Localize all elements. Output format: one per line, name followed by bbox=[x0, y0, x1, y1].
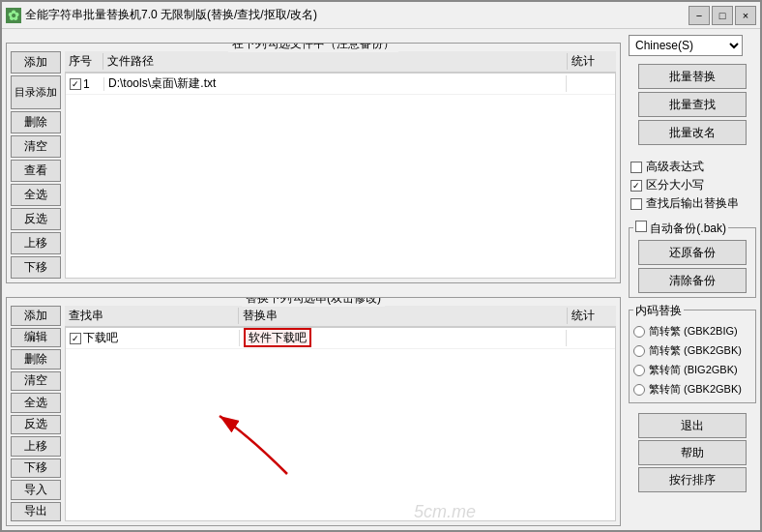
col-path: 文件路径 bbox=[103, 53, 568, 70]
encode-radio-1: 简转繁 (GBK2GBK) bbox=[633, 343, 751, 358]
select-all-replace-button[interactable]: 全选 bbox=[11, 393, 61, 413]
table-row[interactable]: 1 D:\tools\桌面\新建.txt bbox=[66, 74, 615, 95]
backup-buttons: 还原备份 清除备份 bbox=[633, 240, 751, 293]
clear-file-button[interactable]: 清空 bbox=[11, 135, 61, 158]
move-down-file-button[interactable]: 下移 bbox=[11, 256, 61, 279]
encode-radio-label-0: 简转繁 (GBK2BIG) bbox=[649, 324, 738, 339]
encode-radio-label-2: 繁转简 (BIG2GBK) bbox=[649, 363, 738, 377]
right-panel: Chinese(S) Chinese(T) English 批量替换 批量查找 … bbox=[625, 29, 760, 530]
exit-button[interactable]: 退出 bbox=[638, 413, 747, 438]
encode-radio-label-3: 繁转简 (GBK2GBK) bbox=[649, 382, 742, 397]
col-count: 统计 bbox=[568, 53, 616, 70]
move-up-replace-button[interactable]: 上移 bbox=[11, 436, 61, 457]
col-replace-count: 统计 bbox=[568, 308, 616, 324]
invert-file-button[interactable]: 反选 bbox=[11, 208, 61, 230]
main-action-buttons: 批量替换 批量查找 批量改名 bbox=[629, 64, 756, 145]
replace-cell-value[interactable]: 软件下载吧 bbox=[244, 328, 311, 347]
auto-backup-checkbox[interactable] bbox=[635, 221, 647, 232]
export-replace-button[interactable]: 导出 bbox=[11, 502, 61, 522]
col-replace: 替换串 bbox=[239, 308, 568, 324]
select-all-file-button[interactable]: 全选 bbox=[11, 184, 61, 206]
replace-row[interactable]: 下载吧 软件下载吧 bbox=[66, 328, 615, 349]
maximize-button[interactable]: □ bbox=[712, 6, 733, 25]
top-section-title: 在下列勾选文件中（注意备份） bbox=[228, 43, 398, 52]
replace-table-body[interactable]: 下载吧 软件下载吧 bbox=[65, 327, 616, 521]
move-down-replace-button[interactable]: 下移 bbox=[11, 458, 61, 479]
add-replace-button[interactable]: 添加 bbox=[11, 306, 61, 326]
bottom-section-title: 替换下列勾选串(双击修改) bbox=[242, 297, 385, 307]
encode-radios: 简转繁 (GBK2BIG) 简转繁 (GBK2GBK) 繁转简 (BIG2GBK… bbox=[633, 322, 751, 399]
replace-row-replace: 软件下载吧 bbox=[240, 330, 567, 346]
left-panel: 在下列勾选文件中（注意备份） 添加 目录添加 删除 清空 查看 全选 反选 上移… bbox=[2, 29, 625, 530]
options-section: 高级表达式 区分大小写 查找后输出替换串 bbox=[629, 155, 756, 216]
encode-radio-input-1[interactable] bbox=[633, 345, 645, 357]
encode-radio-3: 繁转简 (GBK2GBK) bbox=[633, 382, 751, 397]
file-table-header: 序号 文件路径 统计 bbox=[65, 51, 616, 73]
encode-group: 内码替换 简转繁 (GBK2BIG) 简转繁 (GBK2GBK) 繁转简 (BI… bbox=[629, 310, 756, 403]
bottom-buttons: 退出 帮助 按行排序 bbox=[629, 413, 756, 492]
sort-by-line-button[interactable]: 按行排序 bbox=[638, 467, 747, 492]
encode-radio-2: 繁转简 (BIG2GBK) bbox=[633, 363, 751, 377]
invert-replace-button[interactable]: 反选 bbox=[11, 415, 61, 435]
clear-backup-button[interactable]: 清除备份 bbox=[638, 268, 747, 293]
import-replace-button[interactable]: 导入 bbox=[11, 480, 61, 500]
replace-table-area: 查找串 替换串 统计 下载吧 软件下载吧 bbox=[65, 298, 620, 525]
app-icon: ✿ bbox=[6, 8, 21, 23]
move-up-file-button[interactable]: 上移 bbox=[11, 232, 61, 254]
col-seq: 序号 bbox=[65, 53, 103, 70]
main-content: 在下列勾选文件中（注意备份） 添加 目录添加 删除 清空 查看 全选 反选 上移… bbox=[2, 29, 760, 530]
main-window: ✿ 全能字符串批量替换机7.0 无限制版(替换/查找/抠取/改名) − □ × … bbox=[0, 0, 762, 532]
encode-radio-input-0[interactable] bbox=[633, 326, 645, 338]
backup-group: 自动备份(.bak) 还原备份 清除备份 bbox=[629, 227, 756, 298]
title-bar: ✿ 全能字符串批量替换机7.0 无限制版(替换/查找/抠取/改名) − □ × bbox=[2, 2, 760, 29]
bottom-side-buttons: 添加 编辑 删除 清空 全选 反选 上移 下移 导入 导出 bbox=[7, 298, 65, 525]
top-side-buttons: 添加 目录添加 删除 清空 查看 全选 反选 上移 下移 bbox=[7, 44, 65, 282]
replace-row-search: 下载吧 bbox=[66, 330, 240, 346]
delete-replace-button[interactable]: 删除 bbox=[11, 349, 61, 369]
file-table-area: 序号 文件路径 统计 1 D:\tools\桌面\新建.txt bbox=[65, 44, 620, 282]
restore-backup-button[interactable]: 还原备份 bbox=[638, 240, 747, 265]
add-dir-button[interactable]: 目录添加 bbox=[11, 75, 61, 109]
encode-group-label: 内码替换 bbox=[633, 303, 684, 319]
file-row-path: D:\tools\桌面\新建.txt bbox=[104, 75, 567, 92]
output-replace-row: 查找后输出替换串 bbox=[630, 195, 754, 212]
advanced-regex-label: 高级表达式 bbox=[646, 159, 704, 175]
case-sensitive-checkbox[interactable] bbox=[630, 180, 642, 192]
language-select[interactable]: Chinese(S) Chinese(T) English bbox=[629, 35, 743, 56]
help-button[interactable]: 帮助 bbox=[638, 440, 747, 465]
file-table-body[interactable]: 1 D:\tools\桌面\新建.txt bbox=[65, 73, 616, 279]
batch-rename-button[interactable]: 批量改名 bbox=[638, 120, 747, 145]
clear-replace-button[interactable]: 清空 bbox=[11, 371, 61, 392]
output-replace-checkbox[interactable] bbox=[630, 198, 642, 210]
window-title: 全能字符串批量替换机7.0 无限制版(替换/查找/抠取/改名) bbox=[25, 7, 689, 23]
advanced-regex-checkbox[interactable] bbox=[630, 162, 642, 173]
add-file-button[interactable]: 添加 bbox=[11, 51, 61, 74]
output-replace-label: 查找后输出替换串 bbox=[646, 195, 739, 212]
batch-replace-button[interactable]: 批量替换 bbox=[638, 64, 747, 89]
backup-group-label: 自动备份(.bak) bbox=[633, 221, 728, 237]
language-selector-row: Chinese(S) Chinese(T) English bbox=[629, 35, 756, 56]
replace-table-header: 查找串 替换串 统计 bbox=[65, 306, 616, 327]
encode-radio-0: 简转繁 (GBK2BIG) bbox=[633, 324, 751, 339]
case-sensitive-label: 区分大小写 bbox=[646, 177, 704, 193]
advanced-regex-row: 高级表达式 bbox=[630, 159, 754, 175]
case-sensitive-row: 区分大小写 bbox=[630, 177, 754, 193]
minimize-button[interactable]: − bbox=[689, 6, 710, 25]
bottom-section-wrapper: 替换下列勾选串(双击修改) 添加 编辑 删除 清空 全选 反选 上移 下移 导入… bbox=[6, 287, 621, 526]
encode-radio-input-2[interactable] bbox=[633, 365, 645, 376]
batch-find-button[interactable]: 批量查找 bbox=[638, 92, 747, 117]
encode-radio-label-1: 简转繁 (GBK2GBK) bbox=[649, 343, 742, 358]
view-file-button[interactable]: 查看 bbox=[11, 160, 61, 182]
window-controls: − □ × bbox=[689, 6, 756, 25]
file-row-seq: 1 bbox=[66, 77, 104, 91]
col-search: 查找串 bbox=[65, 308, 239, 324]
encode-radio-input-3[interactable] bbox=[633, 384, 645, 396]
file-row-checkbox[interactable] bbox=[70, 78, 81, 90]
close-button[interactable]: × bbox=[735, 6, 756, 25]
replace-row-checkbox[interactable] bbox=[70, 333, 81, 344]
edit-replace-button[interactable]: 编辑 bbox=[11, 328, 61, 348]
delete-file-button[interactable]: 删除 bbox=[11, 111, 61, 133]
